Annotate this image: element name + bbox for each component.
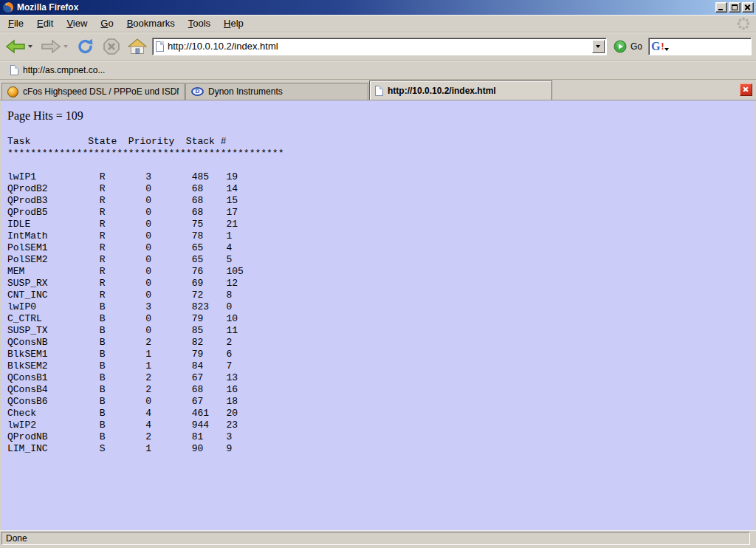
tab-bar: cFos Highspeed DSL / PPPoE und ISDN CAP.…	[0, 80, 756, 100]
back-arrow-icon	[5, 38, 26, 55]
page-icon	[375, 86, 383, 96]
minimize-button[interactable]	[715, 2, 727, 13]
go-button[interactable]: Go	[611, 40, 648, 53]
page-hits-text: Page Hits = 109	[7, 109, 755, 123]
tab-label: http://10.0.10.2/index.html	[388, 86, 496, 96]
menu-help[interactable]: Help	[217, 16, 250, 31]
search-input[interactable]	[670, 40, 749, 53]
menu-bookmarks[interactable]: Bookmarks	[120, 16, 182, 31]
title-bar: Mozilla Firefox	[0, 0, 756, 15]
window-title: Mozilla Firefox	[17, 2, 714, 13]
menu-bar-items: FileEditViewGoBookmarksToolsHelp	[1, 16, 250, 31]
menu-bar: FileEditViewGoBookmarksToolsHelp	[0, 15, 756, 32]
stop-icon	[103, 38, 120, 55]
status-bar: Done	[0, 530, 756, 548]
url-bar	[152, 38, 607, 55]
page-icon	[156, 41, 164, 52]
throbber-icon	[736, 16, 751, 31]
dynon-icon	[191, 87, 204, 96]
restore-icon	[732, 4, 738, 10]
tab-3-active[interactable]: http://10.0.10.2/index.html	[369, 81, 552, 100]
tab-strip: cFos Highspeed DSL / PPPoE und ISDN CAP.…	[1, 81, 553, 100]
back-button[interactable]	[4, 35, 27, 58]
close-button[interactable]	[742, 2, 754, 13]
menu-go[interactable]: Go	[94, 16, 120, 31]
forward-dropdown-icon[interactable]	[63, 45, 68, 48]
forward-arrow-icon	[41, 38, 61, 55]
task-table: Task State Priority Stack # ************…	[7, 136, 755, 455]
firefox-icon	[2, 1, 14, 13]
restore-button[interactable]	[729, 2, 740, 13]
chevron-down-icon	[596, 45, 600, 48]
home-button[interactable]	[126, 35, 148, 58]
cfos-icon	[7, 86, 18, 97]
go-label: Go	[630, 41, 642, 52]
tab-label: Dynon Instruments	[208, 86, 283, 97]
close-tab-button[interactable]	[740, 83, 752, 96]
url-input[interactable]	[168, 40, 592, 53]
reload-button[interactable]	[75, 35, 97, 58]
go-icon	[614, 40, 627, 53]
forward-button[interactable]	[39, 35, 63, 58]
close-icon	[745, 4, 751, 10]
status-text: Done	[1, 532, 750, 545]
minimize-icon	[718, 9, 723, 10]
browser-window: Mozilla Firefox FileEditViewGoBookmarksT…	[0, 0, 756, 548]
menu-edit[interactable]: Edit	[30, 16, 60, 31]
menu-file[interactable]: File	[1, 16, 30, 31]
tab-label: cFos Highspeed DSL / PPPoE und ISDN CAP.…	[23, 86, 179, 97]
bookmark-item-1[interactable]: http://as.cmpnet.co...	[7, 64, 108, 77]
search-engine-dropdown-icon[interactable]	[664, 48, 669, 51]
bookmarks-toolbar: http://as.cmpnet.co...	[0, 61, 756, 80]
page-icon	[10, 65, 18, 75]
bookmark-label: http://as.cmpnet.co...	[23, 65, 105, 75]
back-dropdown-icon[interactable]	[28, 45, 32, 48]
menu-view[interactable]: View	[60, 16, 94, 31]
google-icon-accent: !	[661, 41, 664, 52]
reload-icon	[76, 38, 95, 55]
menu-tools[interactable]: Tools	[182, 16, 217, 31]
stop-button[interactable]	[101, 35, 122, 58]
tab-1[interactable]: cFos Highspeed DSL / PPPoE und ISDN CAP.…	[1, 83, 185, 100]
google-icon: G	[651, 41, 660, 52]
navigation-toolbar: Go G!	[0, 32, 756, 61]
home-icon	[128, 38, 147, 55]
url-dropdown-button[interactable]	[592, 40, 605, 53]
close-tab-icon	[743, 86, 748, 92]
page-content: Page Hits = 109 Task State Priority Stac…	[0, 100, 756, 530]
search-box: G!	[648, 38, 752, 55]
tab-2[interactable]: Dynon Instruments	[185, 83, 368, 100]
